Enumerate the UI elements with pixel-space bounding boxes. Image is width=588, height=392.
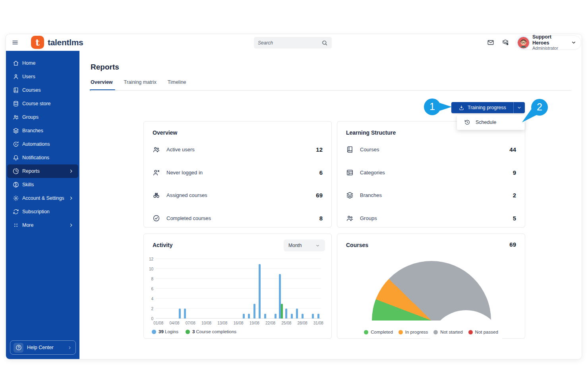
- overview-row-active-users: Active users12: [153, 138, 323, 161]
- chevron-right-icon: [68, 168, 74, 174]
- app-window: t talentlms Search Support: [6, 34, 582, 359]
- menu-icon: [12, 39, 19, 46]
- help-center-button[interactable]: Help Center: [10, 340, 76, 355]
- sync-icon: [13, 209, 19, 215]
- legend-logins: 39 Logins: [152, 329, 178, 334]
- sidebar-item-automations[interactable]: Automations: [7, 137, 78, 151]
- x-axis-label: 19/08: [247, 321, 261, 325]
- help-icon: [15, 344, 22, 351]
- courses-total-value: 69: [509, 241, 516, 248]
- layers-icon: [13, 127, 19, 134]
- sidebar-item-subscription[interactable]: Subscription: [7, 205, 78, 218]
- brand[interactable]: t talentlms: [31, 36, 83, 49]
- sidebar-item-account-settings[interactable]: Account & Settings: [7, 191, 78, 205]
- sidebar-item-course-store[interactable]: Course store: [7, 97, 78, 110]
- y-axis-label: 6: [145, 287, 153, 291]
- legend-text: 3 Course completions: [192, 329, 236, 334]
- activity-period-select[interactable]: Month: [284, 239, 325, 251]
- chevron-right-icon: [68, 222, 74, 228]
- sidebar-item-users[interactable]: Users: [7, 70, 78, 83]
- learning-structure-card-title: Learning Structure: [346, 129, 396, 136]
- stat-label: Branches: [360, 192, 507, 198]
- tab-overview[interactable]: Overview: [91, 79, 113, 91]
- courses-card: Courses 69 CompletedIn progressNot start…: [337, 234, 525, 339]
- sidebar-item-courses[interactable]: Courses: [7, 83, 78, 97]
- groups-icon: [153, 146, 160, 153]
- bar-logins: [312, 314, 314, 319]
- search-icon: [321, 40, 328, 46]
- bar-logins: [296, 309, 298, 319]
- search-icon: [321, 40, 328, 46]
- pie-icon: [13, 168, 19, 174]
- stat-value: 69: [316, 192, 323, 199]
- tab-bar: OverviewTraining matrixTimeline: [91, 79, 186, 91]
- mail-icon: [487, 39, 494, 46]
- courses-card-title: Courses: [346, 242, 368, 248]
- learning-structure-row-courses: Courses44: [346, 138, 516, 161]
- check-circle-icon: [153, 214, 160, 222]
- tab-timeline[interactable]: Timeline: [168, 79, 186, 91]
- sidebar-item-groups[interactable]: Groups: [7, 110, 78, 124]
- groups-icon: [13, 114, 19, 120]
- learning-structure-row-groups: Groups5: [346, 207, 516, 230]
- sidebar-item-label: Course store: [22, 101, 51, 106]
- binoculars-icon: [153, 191, 160, 199]
- hamburger-menu-button[interactable]: [12, 39, 19, 46]
- download-icon: [458, 105, 464, 111]
- search-placeholder: Search: [258, 40, 321, 46]
- chevron-down-icon: [315, 243, 320, 248]
- history-icon: [464, 119, 470, 126]
- y-axis-label: 2: [145, 307, 153, 311]
- tab-training-matrix[interactable]: Training matrix: [124, 79, 157, 91]
- top-bar: t talentlms Search Support: [6, 34, 582, 51]
- chevR-icon: [68, 222, 74, 228]
- sidebar-item-reports[interactable]: Reports: [7, 164, 78, 178]
- legend-dot: [433, 330, 438, 334]
- training-progress-button[interactable]: Training progress: [451, 102, 513, 113]
- user-icon: [13, 73, 19, 80]
- search-input[interactable]: Search: [254, 37, 332, 48]
- y-axis-label: 4: [145, 297, 153, 301]
- skills-icon: [13, 182, 19, 188]
- legend-course-completions: 3 Course completions: [186, 329, 236, 334]
- talentlms-logo: t: [31, 36, 44, 49]
- help-icon: [15, 344, 22, 351]
- bar-logins: [302, 314, 304, 319]
- sidebar-item-notifications[interactable]: Notifications: [7, 151, 78, 164]
- stat-label: Active users: [166, 147, 309, 153]
- training-progress-label: Training progress: [468, 105, 506, 110]
- messages-icon[interactable]: [487, 39, 494, 46]
- user-role: Administrator: [532, 46, 567, 51]
- activity-card-title: Activity: [153, 242, 173, 248]
- legend-completed: Completed: [364, 330, 393, 334]
- x-axis-label: 31/08: [311, 321, 325, 325]
- sidebar-item-label: Skills: [22, 182, 34, 187]
- stack-icon: [502, 39, 509, 46]
- sidebar-item-home[interactable]: Home: [7, 56, 78, 70]
- activity-plot-area: [156, 259, 321, 319]
- y-axis-label: 10: [145, 267, 153, 271]
- bar-logins: [275, 314, 277, 319]
- learning-structure-card: Learning Structure Courses44Categories9B…: [337, 121, 525, 228]
- sidebar-item-skills[interactable]: Skills: [7, 178, 78, 191]
- annotation-number-1: 1: [424, 101, 441, 112]
- logo-letter: t: [35, 37, 40, 48]
- sidebar-item-branches[interactable]: Branches: [7, 124, 78, 137]
- stat-label: Groups: [360, 215, 507, 221]
- stat-label: Assigned courses: [166, 192, 309, 198]
- content-library-icon[interactable]: [502, 39, 509, 46]
- overview-card-title: Overview: [153, 129, 177, 136]
- sidebar-item-label: Reports: [22, 168, 40, 174]
- schedule-menu-item[interactable]: Schedule: [457, 115, 525, 130]
- automation-icon: [13, 141, 19, 147]
- sidebar-item-more[interactable]: More: [7, 218, 78, 232]
- chevD-icon: [315, 243, 320, 248]
- sidebar-item-label: Groups: [22, 114, 39, 120]
- bar-logins: [248, 314, 250, 319]
- user-menu[interactable]: Support Heroes Administrator: [516, 35, 581, 50]
- sidebar-item-label: Account & Settings: [22, 195, 64, 201]
- legend-dot: [152, 330, 156, 334]
- chevR-icon: [68, 168, 74, 174]
- x-axis-label: 07/08: [183, 321, 197, 325]
- stat-label: Never logged in: [166, 170, 313, 176]
